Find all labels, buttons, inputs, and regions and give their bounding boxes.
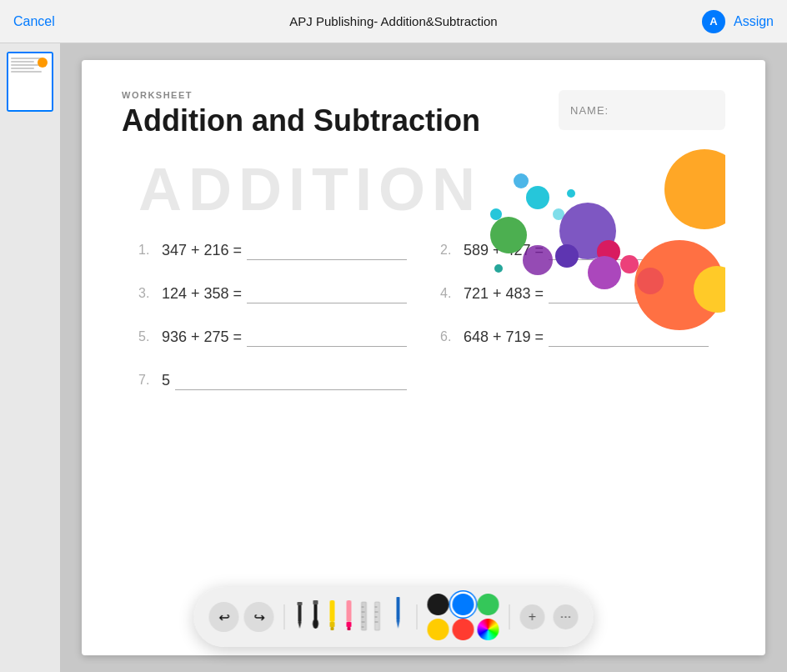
divider-3 [509,604,510,629]
svg-point-14 [637,268,664,294]
drawing-toolbar: ↩ ↪ [194,587,594,647]
problem-expr: 347 + 216 = [162,242,242,259]
sidebar [0,43,60,672]
svg-point-10 [588,256,621,289]
svg-point-6 [555,244,579,268]
svg-point-21 [313,619,318,629]
worksheet-page: WORKSHEET Addition and Subtraction NAME:… [82,60,765,655]
problem-num: 1. [138,243,157,258]
redo-icon: ↪ [253,609,264,625]
problem-num: 3. [138,286,157,301]
answer-line[interactable] [247,283,407,303]
svg-rect-40 [397,597,400,620]
undo-redo-group: ↩ ↪ [209,602,274,632]
problem-5: 5. 936 + 275 = [138,327,407,347]
color-blue[interactable] [453,594,474,615]
ruler-tool[interactable] [360,602,368,632]
svg-rect-26 [347,600,352,622]
svg-rect-23 [330,600,335,622]
plus-icon: + [529,609,536,624]
top-bar: Cancel APJ Publishing- Addition&Subtract… [0,0,787,43]
svg-rect-25 [331,627,334,630]
svg-rect-27 [347,622,352,627]
answer-line[interactable] [247,327,407,347]
svg-point-9 [620,255,639,273]
svg-rect-19 [298,602,303,605]
svg-rect-22 [313,600,318,604]
answer-line[interactable] [247,240,407,260]
problem-num: 6. [440,329,459,344]
name-box: NAME: [559,90,725,130]
divider-1 [284,604,285,629]
cancel-button[interactable]: Cancel [13,14,55,29]
svg-rect-17 [298,604,302,622]
page-thumbnail[interactable] [7,52,53,112]
svg-rect-28 [348,627,351,630]
undo-button[interactable]: ↩ [209,602,239,632]
svg-marker-41 [397,620,400,629]
svg-rect-29 [362,602,367,630]
more-options-button[interactable]: ··· [554,604,579,629]
divider-2 [417,604,418,629]
answer-line[interactable] [175,370,407,390]
svg-point-12 [664,149,725,229]
top-bar-right: A Assign [702,10,774,33]
yellow-marker-tool[interactable] [327,602,338,632]
problem-expr: 936 + 275 = [162,328,242,346]
problem-1: 1. 347 + 216 = [138,240,407,260]
assign-button[interactable]: Assign [734,14,774,29]
ellipsis-icon: ··· [560,609,571,624]
document-title: APJ Publishing- Addition&Subtraction [289,14,497,28]
color-spectrum[interactable] [478,619,499,640]
svg-marker-18 [298,622,302,629]
avatar[interactable]: A [702,10,725,33]
color-green[interactable] [478,594,499,615]
svg-point-1 [526,186,549,209]
problem-num: 2. [440,243,459,258]
main-layout: WORKSHEET Addition and Subtraction NAME:… [0,43,787,672]
problem-num: 7. [138,373,157,388]
svg-point-3 [567,189,575,198]
color-black[interactable] [428,594,449,615]
brush-tool[interactable] [310,602,322,632]
drawing-tools-group [295,602,382,632]
svg-rect-20 [314,602,318,620]
problem-3: 3. 124 + 358 = [138,283,407,303]
color-grid [428,594,499,640]
svg-point-0 [490,217,527,253]
pen-tool[interactable] [295,602,305,632]
pink-marker-tool[interactable] [343,602,355,632]
ruler2-tool[interactable] [373,602,382,632]
redo-button[interactable]: ↪ [244,602,274,632]
svg-rect-24 [330,622,335,627]
color-yellow[interactable] [428,619,449,640]
svg-point-7 [523,245,553,275]
problem-7: 7. 5 [138,370,407,390]
svg-point-4 [514,173,529,188]
name-label: NAME: [570,104,609,117]
color-red[interactable] [453,619,474,640]
svg-rect-35 [375,602,380,630]
problem-num: 4. [440,286,459,301]
undo-icon: ↩ [218,609,229,625]
bubbles-decoration [459,143,725,327]
svg-point-16 [494,264,503,273]
content-area[interactable]: WORKSHEET Addition and Subtraction NAME:… [60,43,787,672]
problem-num: 5. [138,329,157,344]
svg-point-15 [490,208,502,220]
add-color-button[interactable]: + [520,604,545,629]
problem-expr: 124 + 358 = [162,285,242,303]
blue-pen-tool[interactable] [394,602,404,632]
problem-expr: 5 [162,372,170,389]
